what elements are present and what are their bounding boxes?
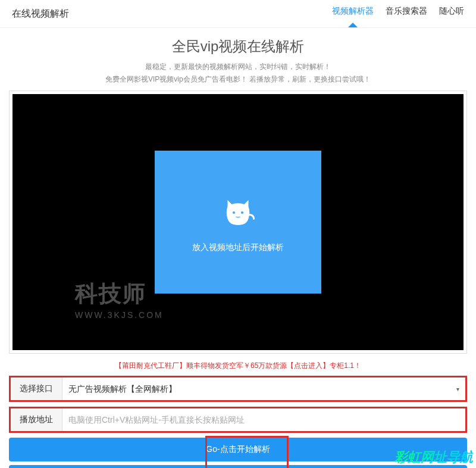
- subtitle-2: 免费全网影视VIP视频vip会员免广告看电影！ 若播放异常，刷新，更换接口尝试哦…: [0, 74, 476, 85]
- watermark: 科技师 WWW.3KJS.COM: [75, 279, 164, 320]
- placeholder-text: 放入视频地址后开始解析: [192, 242, 284, 253]
- video-container: 放入视频地址后开始解析 科技师 WWW.3KJS.COM: [9, 91, 467, 354]
- svg-point-0: [233, 211, 235, 213]
- header-title: 在线视频解析: [12, 8, 69, 20]
- nav: 视频解析器 音乐搜索器 随心听: [332, 6, 464, 21]
- cat-icon: [217, 192, 259, 233]
- watermark-main: 科技师: [75, 279, 164, 309]
- video-area: 放入视频地址后开始解析 科技师 WWW.3KJS.COM: [12, 94, 464, 350]
- watermark-sub: WWW.3KJS.COM: [75, 310, 164, 320]
- nav-random-listen[interactable]: 随心听: [439, 6, 464, 21]
- svg-point-1: [241, 211, 243, 213]
- subtitle-1: 最稳定，更新最快的视频解析网站，实时纠错，实时解析！: [0, 62, 476, 72]
- header: 在线视频解析 视频解析器 音乐搜索器 随心听: [0, 0, 476, 28]
- footer-brand: 彩虹网址导航: [394, 448, 473, 466]
- page-title: 全民vip视频在线解析: [0, 37, 476, 56]
- nav-music-search[interactable]: 音乐搜索器: [386, 6, 427, 21]
- interface-select[interactable]: 无广告视频解析【全网解析】: [62, 377, 465, 400]
- interface-label: 选择接口: [11, 377, 62, 400]
- address-label: 播放地址: [11, 408, 62, 431]
- interface-row: 选择接口 无广告视频解析【全网解析】 ▾: [9, 376, 467, 402]
- nav-video-parser[interactable]: 视频解析器: [332, 6, 374, 21]
- address-row: 播放地址: [9, 407, 467, 433]
- address-input[interactable]: [62, 408, 465, 431]
- video-placeholder: 放入视频地址后开始解析: [155, 151, 321, 294]
- promo-link[interactable]: 【莆田耐克代工鞋厂】顺丰得物发货空军￥65万款货源【点击进入】专柜1.1！: [0, 361, 476, 371]
